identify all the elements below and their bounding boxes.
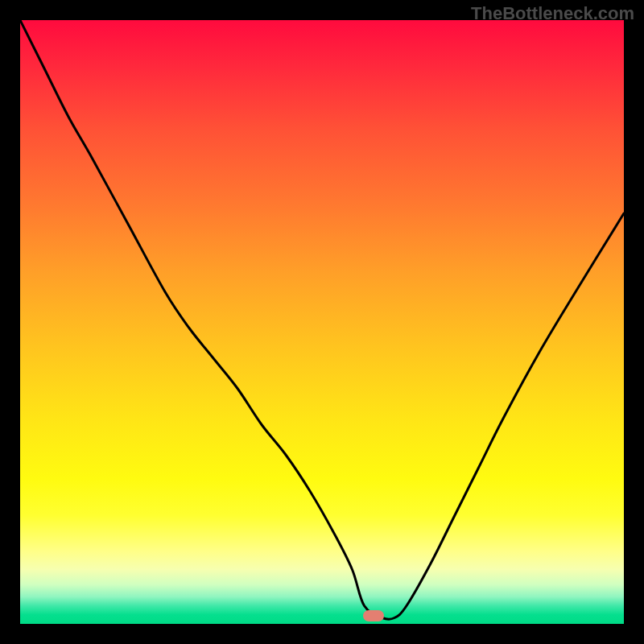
watermark-text: TheBottleneck.com <box>471 3 634 24</box>
chart-frame: TheBottleneck.com <box>0 0 644 644</box>
plot-area <box>20 20 624 624</box>
bottleneck-curve <box>20 20 624 624</box>
optimum-marker <box>363 610 384 621</box>
